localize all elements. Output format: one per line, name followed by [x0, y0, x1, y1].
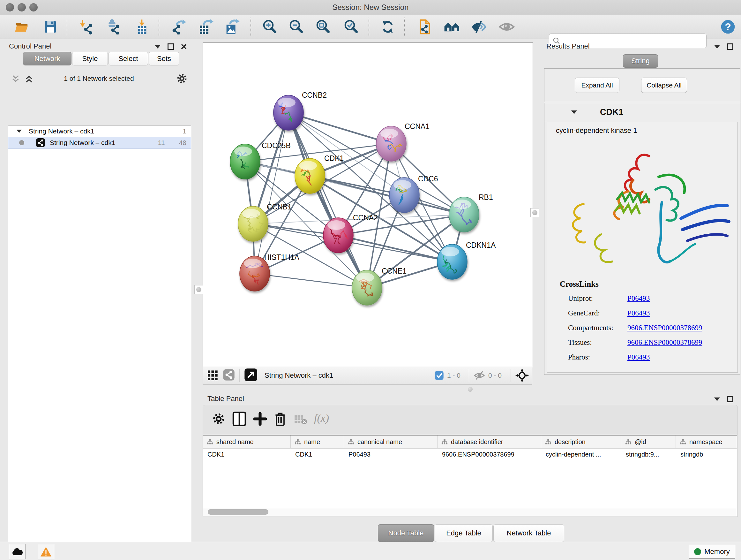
panel-menu-icon[interactable]: [155, 45, 160, 49]
cloud-status-button[interactable]: [9, 544, 25, 559]
crosslink-link-compartments[interactable]: 9606.ENSP00000378699: [627, 324, 702, 332]
expand-all-button[interactable]: [24, 74, 34, 85]
node-CCNA2[interactable]: [323, 218, 353, 253]
memory-button[interactable]: Memory: [689, 545, 735, 559]
hidden-eye-icon[interactable]: [474, 370, 485, 381]
tree-expander-icon[interactable]: [17, 130, 22, 133]
tab-network[interactable]: Network: [23, 52, 71, 65]
export-image-button[interactable]: [223, 18, 241, 36]
node-CCNB1[interactable]: [238, 206, 268, 241]
network-canvas[interactable]: CCNB2CCNA1CDC25BCDK1CDC6RB1CCNB1CCNA2CDK…: [203, 43, 533, 367]
panel-float-icon[interactable]: [727, 44, 733, 50]
result-card-header[interactable]: CDK1: [544, 103, 740, 121]
column-header-namespace[interactable]: namespace: [676, 435, 737, 448]
crosslink-link-uniprot[interactable]: P06493: [627, 294, 650, 303]
save-session-button[interactable]: [42, 18, 59, 36]
tab-edge-table[interactable]: Edge Table: [434, 524, 493, 542]
fit-crosshair-icon[interactable]: [515, 369, 529, 382]
create-column-button[interactable]: [253, 412, 267, 427]
horizontal-splitter-handle[interactable]: [468, 387, 473, 392]
warnings-button[interactable]: [38, 544, 54, 559]
edge-CCNB2-CCNE1[interactable]: [288, 113, 367, 288]
selected-checkbox-icon[interactable]: [434, 371, 444, 380]
network-collection-row[interactable]: String Network – cdk1 1: [8, 125, 191, 137]
table-options-button[interactable]: [212, 412, 225, 427]
crosslink-link-genecard[interactable]: P06493: [627, 309, 650, 317]
panel-menu-icon[interactable]: [714, 397, 720, 401]
column-header-database-identifier[interactable]: database identifier: [437, 435, 541, 448]
collapse-all-button[interactable]: [11, 74, 20, 85]
node-CCNB2[interactable]: [273, 95, 304, 130]
open-session-button[interactable]: [13, 18, 30, 36]
expand-all-button[interactable]: Expand All: [575, 78, 619, 93]
panel-close-icon[interactable]: [181, 44, 187, 50]
detach-view-button[interactable]: [244, 368, 258, 383]
column-header-shared-name[interactable]: shared name: [203, 435, 291, 448]
panel-menu-icon[interactable]: [714, 45, 720, 49]
apply-layout-button[interactable]: [379, 18, 396, 36]
tab-style[interactable]: Style: [72, 52, 108, 65]
section-expander-icon[interactable]: [571, 111, 577, 114]
grid-view-button[interactable]: [207, 369, 218, 381]
import-network-from-database-button[interactable]: [105, 18, 122, 36]
node-CCNA1[interactable]: [376, 126, 406, 161]
zoom-out-button[interactable]: [287, 18, 305, 36]
show-columns-button[interactable]: [232, 412, 246, 428]
panel-float-icon[interactable]: [727, 396, 733, 402]
node-CDK1[interactable]: [295, 159, 325, 193]
table-cell[interactable]: stringdb: [676, 449, 737, 460]
column-header-description[interactable]: description: [541, 435, 621, 448]
import-table-button[interactable]: [133, 18, 151, 36]
table-cell[interactable]: 9606.ENSP00000378699: [437, 449, 541, 460]
node-CDKN1A[interactable]: [437, 244, 467, 279]
table-cell[interactable]: cyclin-dependent ...: [541, 449, 621, 460]
table-cell[interactable]: CDK1: [203, 449, 291, 460]
table-cell[interactable]: stringdb:9...: [621, 449, 676, 460]
tab-network-table[interactable]: Network Table: [493, 524, 564, 542]
crosslink-link-pharos[interactable]: P06493: [627, 353, 650, 361]
column-header--id[interactable]: @id: [621, 435, 676, 448]
tab-select[interactable]: Select: [109, 52, 148, 65]
scrollbar-thumb[interactable]: [208, 509, 268, 515]
node-CDC6[interactable]: [389, 178, 419, 212]
edge-CCNB2-HIST1H1A[interactable]: [255, 113, 288, 273]
table-cell[interactable]: CDK1: [291, 449, 344, 460]
column-header-canonical-name[interactable]: canonical name: [344, 435, 437, 448]
tab-sets[interactable]: Sets: [149, 52, 179, 65]
export-network-button[interactable]: [171, 18, 188, 36]
function-builder-button[interactable]: f(x): [314, 412, 329, 424]
zoom-fit-button[interactable]: [314, 18, 332, 36]
tab-string[interactable]: String: [623, 54, 658, 68]
string-import-button[interactable]: [416, 18, 434, 36]
column-header-name[interactable]: name: [291, 435, 344, 448]
panel-float-icon[interactable]: [167, 44, 174, 50]
table-horizontal-scrollbar[interactable]: [203, 508, 737, 516]
left-splitter-handle[interactable]: [194, 285, 203, 294]
help-button[interactable]: ?: [719, 18, 737, 36]
delete-column-button[interactable]: [274, 412, 286, 428]
node-CCNE1[interactable]: [352, 270, 382, 305]
edge-CDK1-RB1[interactable]: [310, 176, 464, 214]
node-CDC25B[interactable]: [230, 144, 260, 179]
edge-CCNB2-CCNA1[interactable]: [288, 113, 391, 144]
edge-CCNA2-CDKN1A[interactable]: [338, 235, 452, 262]
crosslink-link-tissues[interactable]: 9606.ENSP00000378699: [627, 338, 702, 347]
network-row-selected[interactable]: String Network – cdk1 11 48: [8, 137, 191, 149]
collapse-all-button[interactable]: Collapse All: [641, 78, 687, 93]
edge-HIST1H1A-CCNE1[interactable]: [255, 273, 367, 288]
hide-glass-effect-button[interactable]: [470, 18, 487, 36]
table-cell[interactable]: P06493: [344, 449, 437, 460]
table-row[interactable]: CDK1CDK1P064939606.ENSP00000378699cyclin…: [203, 449, 737, 460]
tab-node-table[interactable]: Node Table: [378, 524, 434, 542]
zoom-selected-button[interactable]: [342, 18, 360, 36]
network-options-button[interactable]: [176, 73, 188, 85]
string-home-button[interactable]: [443, 18, 461, 36]
right-splitter-handle[interactable]: [530, 208, 539, 217]
network-overview-button[interactable]: [223, 369, 235, 382]
node-RB1[interactable]: [449, 197, 479, 232]
import-network-button[interactable]: [77, 18, 95, 36]
delete-table-button[interactable]: [294, 415, 307, 426]
zoom-in-button[interactable]: [261, 18, 278, 36]
show-glass-effect-button[interactable]: [498, 18, 515, 36]
export-table-button[interactable]: [197, 18, 214, 36]
